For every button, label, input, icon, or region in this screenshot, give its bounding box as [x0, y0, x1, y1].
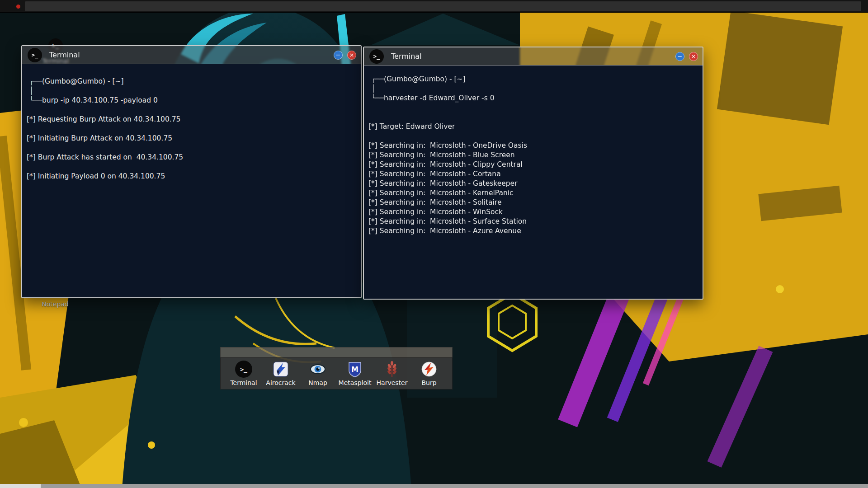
prompt-line: │: [27, 86, 356, 96]
prompt-line: └──burp -ip 40.34.100.75 -payload 0: [27, 96, 356, 105]
desktop-icon-label: Notepad: [41, 300, 70, 308]
window-title: Terminal: [49, 51, 80, 59]
terminal-output-line: [*] Searching in: Microsloth - Surface S…: [368, 217, 698, 226]
dock-item-label: Terminal: [230, 379, 257, 386]
bottom-edge-bar: [0, 484, 868, 488]
terminal-icon: >_: [28, 48, 42, 62]
window-titlebar[interactable]: >_ Terminal − ×: [22, 46, 361, 64]
dock-item-airocrack[interactable]: Airocrack: [262, 361, 299, 386]
terminal-output-area[interactable]: ┌──(Gumbo@Gumbo) - [~] │ └──harvester -d…: [364, 66, 703, 299]
prompt-line: └──harvester -d Edward_Oliver -s 0: [368, 94, 698, 103]
terminal-output-line: [*] Requesting Burp Attack on 40.34.100.…: [27, 115, 356, 124]
burp-bolt-icon: [420, 361, 438, 378]
terminal-output-line: [*] Burp Attack has started on 40.34.100…: [27, 153, 356, 162]
bottom-edge-start-segment: [0, 484, 41, 488]
terminal-output-line: [368, 131, 698, 141]
terminal-output-line: [*] Initiating Payload 0 on 40.34.100.75: [27, 172, 356, 181]
top-system-bar: [0, 0, 868, 13]
dock-item-label: Nmap: [308, 379, 327, 386]
terminal-output-line: [*] Searching in: Microsloth - Solitaire: [368, 198, 698, 207]
prompt-line: │: [368, 84, 698, 94]
dock-item-label: Metasploit: [339, 379, 372, 386]
dock-item-nmap[interactable]: Nmap: [299, 361, 336, 386]
top-bar-inner-strip: [25, 1, 861, 11]
terminal-icon: >_: [235, 361, 252, 378]
close-button[interactable]: ×: [347, 51, 356, 60]
airocrack-icon: [272, 361, 289, 378]
terminal-output-line: [*] Searching in: Microsloth - WinSock: [368, 207, 698, 217]
terminal-window-burp: >_ Terminal − × ┌──(Gumbo@Gumbo) - [~] │…: [21, 45, 362, 298]
minimize-button[interactable]: −: [334, 51, 343, 60]
harvester-wheat-icon: [383, 361, 401, 378]
terminal-output-line: [*] Searching in: Microsloth - Cortana: [368, 169, 698, 179]
dock-item-harvester[interactable]: Harvester: [373, 361, 410, 386]
terminal-icon: >_: [369, 49, 384, 64]
window-titlebar[interactable]: >_ Terminal − ×: [364, 47, 703, 66]
terminal-output-line: [*] Searching in: Microsloth - Gateskeep…: [368, 179, 698, 188]
terminal-output-area[interactable]: ┌──(Gumbo@Gumbo) - [~] │ └──burp -ip 40.…: [22, 64, 361, 297]
dock-item-label: Airocrack: [266, 379, 295, 386]
terminal-output-line: [*] Searching in: Microsloth - OneDrive …: [368, 141, 698, 150]
dock: >_ Terminal Airocrack: [220, 347, 453, 389]
dock-item-burp[interactable]: Burp: [410, 361, 448, 386]
dock-body: >_ Terminal Airocrack: [220, 357, 453, 389]
metasploit-shield-icon: M: [346, 361, 363, 378]
terminal-window-harvester: >_ Terminal − × ┌──(Gumbo@Gumbo) - [~] │…: [363, 47, 703, 300]
svg-text:M: M: [351, 365, 359, 374]
close-button[interactable]: ×: [689, 52, 698, 61]
dock-item-terminal[interactable]: >_ Terminal: [225, 361, 262, 386]
minimize-button[interactable]: −: [675, 52, 684, 61]
terminal-output-line: [*] Searching in: Microsloth - Azure Ave…: [368, 226, 698, 236]
prompt-line: ┌──(Gumbo@Gumbo) - [~]: [368, 75, 698, 84]
dock-item-label: Harvester: [377, 379, 408, 386]
terminal-output-line: [*] Target: Edward Oliver: [368, 122, 698, 131]
record-dot-icon: [16, 5, 20, 9]
terminal-output-line: [*] Searching in: Microsloth - Clippy Ce…: [368, 160, 698, 169]
dock-item-label: Burp: [421, 379, 436, 386]
terminal-output-line: [*] Initiating Burp Attack on 40.34.100.…: [27, 134, 356, 143]
prompt-line: ┌──(Gumbo@Gumbo) - [~]: [27, 77, 356, 86]
terminal-output-line: [*] Searching in: Microsloth - KernelPan…: [368, 188, 698, 198]
dock-item-metasploit[interactable]: M Metasploit: [336, 361, 373, 386]
terminal-output-line: [*] Searching in: Microsloth - Blue Scre…: [368, 150, 698, 160]
nmap-eye-icon: [309, 361, 326, 378]
dock-shelf: [220, 347, 453, 357]
window-title: Terminal: [391, 52, 422, 61]
